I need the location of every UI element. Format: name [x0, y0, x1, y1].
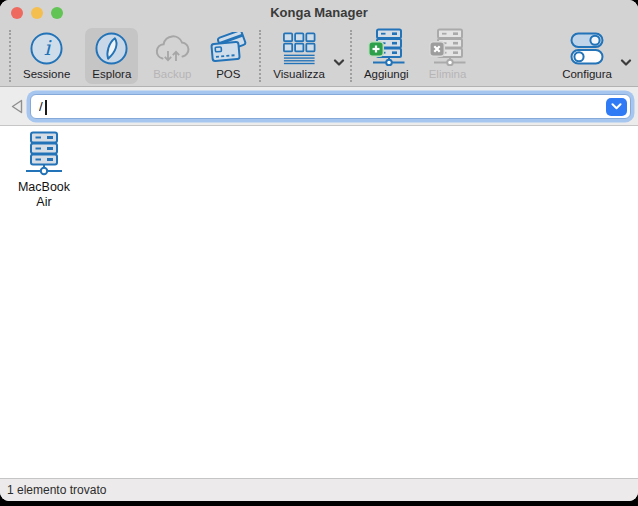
window-title: Konga Manager — [0, 5, 638, 20]
status-text: 1 elemento trovato — [7, 483, 106, 497]
toolbar-button-esplora[interactable]: Esplora — [85, 28, 138, 84]
status-bar: 1 elemento trovato — [0, 478, 638, 501]
chevron-down-icon[interactable] — [620, 59, 632, 67]
path-combobox[interactable] — [30, 94, 631, 119]
toolbar-label: Sessione — [23, 68, 70, 80]
close-button[interactable] — [11, 7, 23, 19]
toolbar-label: Elimina — [429, 68, 467, 80]
chevron-down-icon — [611, 103, 622, 110]
back-arrow-icon — [9, 98, 24, 115]
cloud-backup-icon — [151, 31, 193, 66]
toolbar-label: Visualizza — [273, 68, 325, 80]
toolbar-label: Esplora — [92, 68, 131, 80]
toolbar-button-aggiungi[interactable]: Aggiungi — [357, 28, 416, 84]
toolbar-button-visualizza[interactable]: Visualizza — [266, 28, 332, 84]
server-remove-icon — [429, 28, 466, 66]
compass-icon — [94, 31, 129, 66]
toolbar-label: Aggiungi — [364, 68, 409, 80]
address-bar — [0, 87, 638, 126]
toolbar-separator — [350, 30, 352, 82]
server-icon — [24, 131, 64, 177]
toolbar: i Sessione Esplora Backup — [0, 25, 638, 87]
toolbar-button-configura[interactable]: Configura — [555, 28, 619, 84]
toolbar-button-pos[interactable]: POS — [202, 28, 254, 84]
traffic-lights — [11, 7, 63, 19]
item-label: MacBook Air — [13, 180, 75, 210]
toolbar-separator — [259, 30, 261, 82]
toolbar-label: Configura — [562, 68, 612, 80]
titlebar: Konga Manager — [0, 0, 638, 25]
browser-pane[interactable]: MacBook Air — [0, 126, 638, 478]
back-button[interactable] — [6, 95, 26, 117]
app-window: Konga Manager i Sessione Esplora — [0, 0, 638, 501]
toolbar-button-sessione[interactable]: i Sessione — [16, 28, 77, 84]
toolbar-separator — [9, 30, 11, 82]
toolbar-label: POS — [216, 68, 240, 80]
toolbar-button-elimina: Elimina — [422, 28, 474, 84]
zoom-button[interactable] — [51, 7, 63, 19]
toolbar-label: Backup — [153, 68, 191, 80]
toolbar-button-backup: Backup — [144, 28, 200, 84]
path-dropdown-button[interactable] — [606, 98, 627, 117]
toggles-icon — [569, 31, 605, 66]
list-item-macbook-air[interactable]: MacBook Air — [11, 131, 77, 210]
info-icon: i — [29, 31, 64, 66]
text-cursor — [45, 100, 47, 115]
chevron-down-icon[interactable] — [333, 59, 345, 67]
minimize-button[interactable] — [31, 7, 43, 19]
grid-view-icon — [281, 31, 318, 66]
server-add-icon — [368, 28, 405, 66]
credit-cards-icon — [209, 31, 247, 66]
path-input[interactable] — [31, 99, 630, 114]
